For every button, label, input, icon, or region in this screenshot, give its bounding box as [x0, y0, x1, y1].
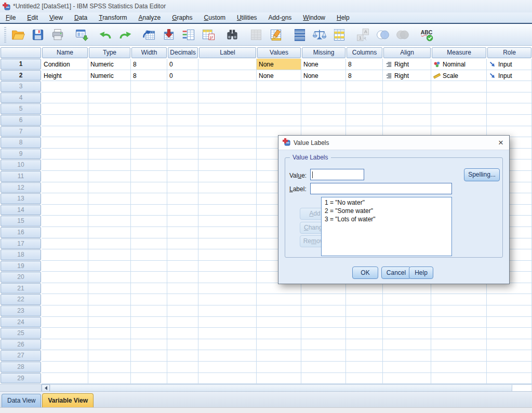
- cell-r24-name[interactable]: [42, 317, 88, 328]
- cell-r9-name[interactable]: [42, 149, 88, 160]
- value-label-list-item[interactable]: 3 = "Lots of water": [322, 215, 451, 223]
- cell-r4-label[interactable]: [198, 92, 257, 104]
- value-input[interactable]: [310, 169, 364, 180]
- cell-r14-decimals[interactable]: [167, 205, 198, 216]
- cell-r5-label[interactable]: [198, 103, 257, 115]
- cell-r16-label[interactable]: [198, 227, 257, 238]
- row-header-19[interactable]: 19: [1, 261, 41, 272]
- cell-r23-measure[interactable]: [431, 305, 487, 317]
- cell-r2-role[interactable]: Input: [487, 70, 532, 82]
- cell-r29-decimals[interactable]: [167, 373, 198, 384]
- cell-r11-label[interactable]: [198, 171, 257, 182]
- undo-icon[interactable]: [96, 25, 115, 44]
- row-header-17[interactable]: 17: [1, 238, 41, 249]
- cell-r26-width[interactable]: [131, 339, 167, 351]
- row-header-6[interactable]: 6: [1, 115, 41, 126]
- cell-r3-name[interactable]: [42, 81, 88, 92]
- split-file-icon[interactable]: [290, 25, 310, 44]
- cell-r24-label[interactable]: [198, 317, 257, 328]
- cell-r11-decimals[interactable]: [167, 171, 198, 182]
- cell-r23-label[interactable]: [198, 305, 257, 317]
- value-labels-list[interactable]: 1 = "No water"2 = "Some water"3 = "Lots …: [321, 197, 452, 256]
- cell-r13-name[interactable]: [42, 193, 88, 205]
- cell-r19-name[interactable]: [42, 261, 88, 272]
- menu-window[interactable]: Window: [297, 13, 331, 22]
- cell-r5-role[interactable]: [487, 103, 532, 115]
- cell-r23-values[interactable]: [257, 305, 301, 317]
- cell-r2-values[interactable]: None: [257, 70, 301, 82]
- cell-r21-role[interactable]: [487, 283, 532, 295]
- cell-r23-missing[interactable]: [301, 305, 346, 317]
- cell-r2-width[interactable]: 8: [131, 70, 167, 82]
- cell-r11-name[interactable]: [42, 171, 88, 182]
- find-icon[interactable]: [222, 25, 242, 44]
- cell-r24-decimals[interactable]: [167, 317, 198, 328]
- row-header-3[interactable]: 3: [1, 81, 41, 92]
- cell-r18-label[interactable]: [198, 249, 257, 261]
- cell-r26-label[interactable]: [198, 339, 257, 351]
- cell-r3-measure[interactable]: [431, 81, 487, 92]
- cell-r3-align[interactable]: [383, 81, 431, 92]
- cell-r21-decimals[interactable]: [167, 283, 198, 295]
- cell-r16-type[interactable]: [88, 227, 131, 238]
- descriptive-statistics-icon[interactable]: μ: [198, 25, 218, 44]
- row-header-9[interactable]: 9: [1, 149, 41, 159]
- tab-data-view[interactable]: Data View: [2, 394, 41, 407]
- cell-r2-columns[interactable]: 8: [346, 70, 383, 82]
- value-label-list-item[interactable]: 2 = "Some water": [322, 207, 451, 215]
- cell-r1-width[interactable]: 8: [131, 59, 167, 70]
- cell-r19-width[interactable]: [131, 261, 167, 272]
- cell-r10-label[interactable]: [198, 159, 257, 171]
- menu-help[interactable]: Help: [331, 13, 355, 22]
- cell-r12-name[interactable]: [42, 182, 88, 194]
- cell-r27-measure[interactable]: [431, 350, 487, 362]
- col-header-name[interactable]: Name: [42, 47, 88, 58]
- cell-r19-label[interactable]: [198, 261, 257, 272]
- cell-r25-decimals[interactable]: [167, 328, 198, 339]
- cell-r13-decimals[interactable]: [167, 193, 198, 205]
- cell-r17-name[interactable]: [42, 238, 88, 250]
- cell-r25-width[interactable]: [131, 328, 167, 339]
- cell-r27-values[interactable]: [257, 350, 301, 362]
- cell-r24-missing[interactable]: [301, 317, 346, 328]
- cell-r4-missing[interactable]: [301, 92, 346, 104]
- cell-r16-name[interactable]: [42, 227, 88, 238]
- row-header-10[interactable]: 10: [1, 159, 41, 170]
- scrollbar-thumb[interactable]: [50, 385, 512, 391]
- ok-button[interactable]: OK: [352, 267, 378, 279]
- cell-r20-name[interactable]: [42, 272, 88, 283]
- col-header-width[interactable]: Width: [131, 47, 167, 58]
- variables-icon[interactable]: [179, 25, 198, 44]
- cell-r7-name[interactable]: [42, 126, 88, 138]
- cell-r4-decimals[interactable]: [167, 92, 198, 104]
- cell-r6-measure[interactable]: [431, 115, 487, 126]
- cell-r25-measure[interactable]: [431, 328, 487, 339]
- row-header-2[interactable]: 2: [1, 70, 41, 81]
- cell-r24-width[interactable]: [131, 317, 167, 328]
- row-header-21[interactable]: 21: [1, 283, 41, 294]
- menu-transform[interactable]: Transform: [93, 13, 132, 22]
- col-header-type[interactable]: Type: [89, 47, 130, 58]
- cell-r21-label[interactable]: [198, 283, 257, 295]
- cell-r7-width[interactable]: [131, 126, 167, 138]
- cell-r25-columns[interactable]: [346, 328, 383, 339]
- cell-r6-name[interactable]: [42, 115, 88, 126]
- cell-r6-label[interactable]: [198, 115, 257, 126]
- insert-variable-icon[interactable]: [266, 25, 286, 44]
- cell-r28-align[interactable]: [383, 362, 431, 373]
- cell-r6-columns[interactable]: [346, 115, 383, 126]
- cell-r22-width[interactable]: [131, 294, 167, 305]
- cell-r25-type[interactable]: [88, 328, 131, 339]
- print-icon[interactable]: [48, 25, 68, 44]
- menu-data[interactable]: Data: [69, 13, 93, 22]
- cancel-button[interactable]: Cancel: [381, 267, 411, 279]
- cell-r14-name[interactable]: [42, 205, 88, 216]
- cell-r11-width[interactable]: [131, 171, 167, 182]
- cell-r25-values[interactable]: [257, 328, 301, 339]
- cell-r28-measure[interactable]: [431, 362, 487, 373]
- cell-r22-decimals[interactable]: [167, 294, 198, 305]
- cell-r2-missing[interactable]: None: [301, 70, 346, 82]
- cell-r26-name[interactable]: [42, 339, 88, 351]
- cell-r4-type[interactable]: [88, 92, 131, 104]
- scrollbar-track[interactable]: [50, 384, 532, 391]
